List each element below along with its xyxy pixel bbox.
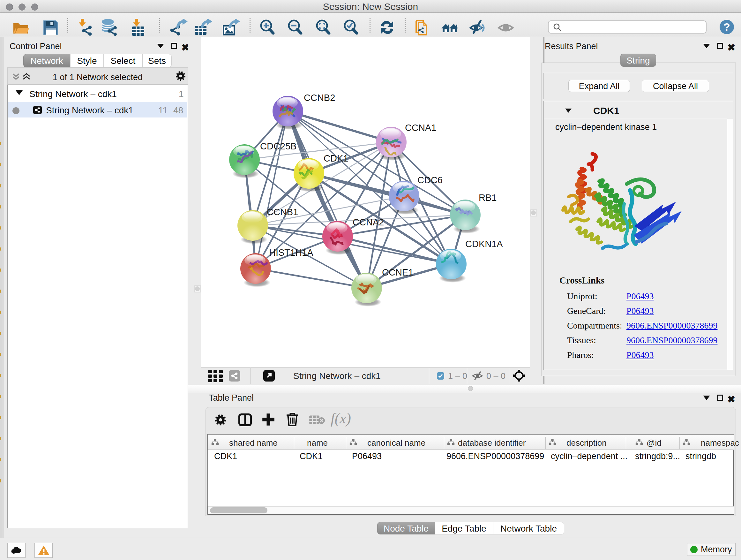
svg-text:CCNA2: CCNA2 [353,217,384,227]
svg-text:CCNE1: CCNE1 [382,267,413,277]
svg-text:CDC6: CDC6 [417,175,443,185]
svg-text:CDKN1A: CDKN1A [465,239,503,249]
svg-text:CCNA1: CCNA1 [405,123,436,133]
svg-text:CDK1: CDK1 [324,153,348,164]
svg-text:CCNB1: CCNB1 [267,207,298,217]
svg-text:CDC25B: CDC25B [260,141,296,151]
svg-text:CCNB2: CCNB2 [304,92,335,103]
svg-text:RB1: RB1 [479,192,496,203]
svg-text:HIST1H1A: HIST1H1A [269,247,313,258]
